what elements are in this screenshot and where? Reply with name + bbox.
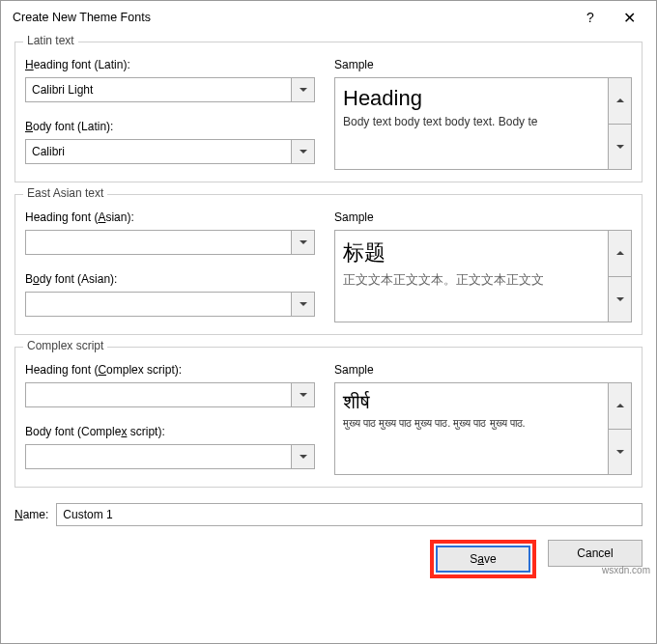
cancel-button[interactable]: Cancel	[548, 540, 643, 567]
chevron-up-icon	[616, 404, 624, 407]
sample-box-complex: शीर्ष मुख्य पाठ मुख्य पाठ मुख्य पाठ. मुख…	[334, 382, 609, 475]
body-font-complex-label: Body font (Complex script):	[25, 425, 315, 438]
body-font-asian-label: Body font (Asian):	[25, 272, 315, 286]
sample-label-complex: Sample	[334, 363, 632, 377]
scroll-down-button[interactable]	[609, 429, 631, 475]
body-font-latin-combo[interactable]	[25, 139, 315, 164]
body-font-asian-combo[interactable]	[25, 292, 315, 317]
chevron-down-icon	[616, 450, 624, 454]
group-complex: Complex script Heading font (Complex scr…	[14, 347, 643, 488]
sample-heading-complex: शीर्ष	[343, 391, 600, 413]
chevron-down-icon	[300, 393, 307, 397]
sample-label-latin: Sample	[334, 58, 632, 71]
heading-font-complex-input[interactable]	[25, 382, 292, 407]
chevron-down-icon	[300, 302, 307, 306]
chevron-down-icon	[300, 88, 307, 92]
chevron-down-icon	[300, 455, 307, 459]
chevron-up-icon	[616, 98, 624, 102]
chevron-down-icon	[300, 150, 307, 154]
name-label: Name:	[14, 508, 48, 521]
scroll-up-button[interactable]	[609, 383, 631, 429]
body-font-latin-label: Body font (Latin):	[25, 120, 315, 133]
chevron-down-icon	[616, 297, 624, 301]
group-latin: Latin text Heading font (Latin): Body fo…	[14, 42, 643, 182]
help-button[interactable]: ?	[571, 10, 610, 25]
sample-body-asian: 正文文本正文文本。正文文本正文文	[343, 271, 600, 289]
group-latin-legend: Latin text	[23, 34, 78, 47]
group-asian: East Asian text Heading font (Asian): Bo…	[14, 194, 643, 335]
sample-body-latin: Body text body text body text. Body te	[343, 115, 600, 128]
scroll-up-button[interactable]	[609, 78, 631, 124]
sample-box-latin: Heading Body text body text body text. B…	[334, 77, 609, 170]
dialog-title: Create New Theme Fonts	[13, 11, 571, 24]
sample-box-asian: 标题 正文文本正文文本。正文文本正文文	[334, 230, 609, 322]
heading-font-asian-input[interactable]	[25, 230, 292, 255]
heading-font-complex-label: Heading font (Complex script):	[25, 363, 315, 377]
sample-scroll-latin	[609, 77, 632, 170]
dialog-content: Latin text Heading font (Latin): Body fo…	[1, 34, 656, 488]
heading-font-asian-label: Heading font (Asian):	[25, 210, 315, 224]
create-theme-fonts-dialog: Create New Theme Fonts ? ✕ Latin text He…	[0, 0, 657, 644]
heading-font-latin-label: Heading font (Latin):	[25, 58, 315, 71]
heading-font-latin-dropdown[interactable]	[292, 77, 315, 102]
chevron-down-icon	[300, 240, 307, 244]
sample-label-asian: Sample	[334, 210, 632, 224]
body-font-asian-dropdown[interactable]	[292, 292, 315, 317]
group-asian-legend: East Asian text	[23, 186, 107, 200]
sample-scroll-asian	[609, 230, 632, 322]
body-font-latin-input[interactable]	[25, 139, 292, 164]
scroll-down-button[interactable]	[609, 124, 631, 170]
sample-heading-latin: Heading	[343, 86, 600, 111]
name-input[interactable]	[56, 503, 643, 526]
button-row: Save Cancel	[1, 534, 656, 590]
body-font-complex-combo[interactable]	[25, 444, 315, 469]
group-complex-legend: Complex script	[23, 339, 107, 352]
heading-font-asian-dropdown[interactable]	[292, 230, 315, 255]
scroll-down-button[interactable]	[609, 276, 631, 322]
chevron-up-icon	[616, 251, 624, 255]
body-font-asian-input[interactable]	[25, 292, 292, 317]
heading-font-complex-dropdown[interactable]	[292, 382, 315, 407]
heading-font-latin-combo[interactable]	[25, 77, 315, 102]
save-button[interactable]: Save	[436, 546, 530, 573]
body-font-complex-dropdown[interactable]	[292, 444, 315, 469]
titlebar: Create New Theme Fonts ? ✕	[1, 1, 656, 34]
body-font-latin-dropdown[interactable]	[292, 139, 315, 164]
chevron-down-icon	[616, 145, 624, 149]
watermark: wsxdn.com	[602, 565, 650, 575]
scroll-up-button[interactable]	[609, 231, 631, 276]
body-font-complex-input[interactable]	[25, 444, 292, 469]
heading-font-asian-combo[interactable]	[25, 230, 315, 255]
sample-scroll-complex	[609, 382, 632, 475]
save-highlight: Save	[430, 540, 536, 578]
heading-font-latin-input[interactable]	[25, 77, 292, 102]
name-row: Name:	[1, 499, 656, 534]
sample-heading-asian: 标题	[343, 238, 600, 267]
heading-font-complex-combo[interactable]	[25, 382, 315, 407]
sample-body-complex: मुख्य पाठ मुख्य पाठ मुख्य पाठ. मुख्य पाठ…	[343, 417, 600, 430]
close-button[interactable]: ✕	[610, 9, 648, 27]
